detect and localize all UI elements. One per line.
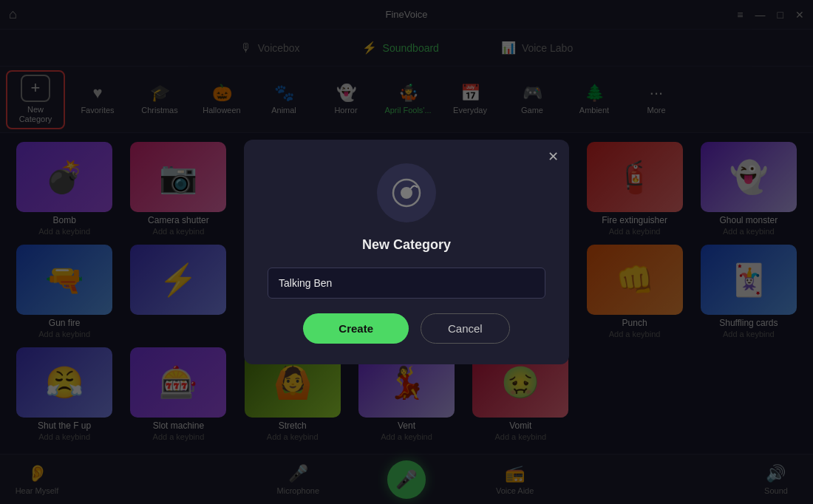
modal-close-button[interactable]: ✕ bbox=[548, 149, 559, 165]
new-category-modal: ✕ New Category Create Cancel bbox=[244, 140, 569, 364]
modal-title: New Category bbox=[362, 237, 451, 253]
modal-record-icon bbox=[377, 163, 436, 222]
modal-create-button[interactable]: Create bbox=[303, 313, 409, 344]
modal-overlay: ✕ New Category Create Cancel bbox=[0, 0, 813, 504]
modal-buttons: Create Cancel bbox=[268, 313, 545, 344]
modal-category-input[interactable] bbox=[268, 268, 545, 299]
modal-cancel-button[interactable]: Cancel bbox=[421, 313, 510, 344]
